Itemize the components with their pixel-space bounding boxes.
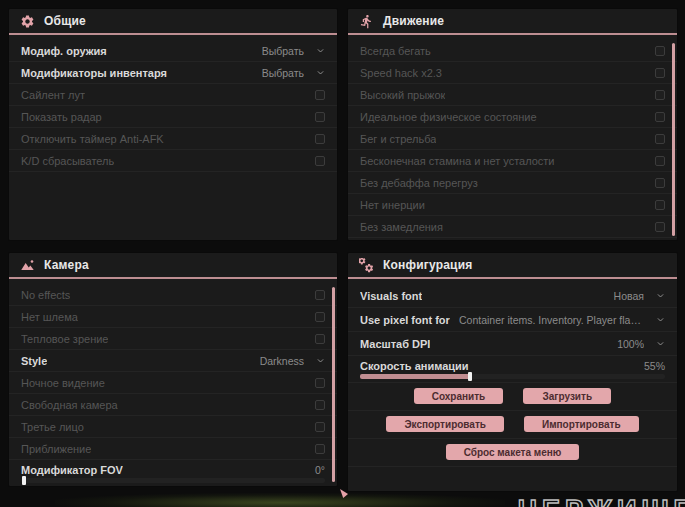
- checkbox-k-d-сбрасыватель[interactable]: [315, 156, 325, 166]
- checkbox-без-дебаффа-перегруз[interactable]: [655, 178, 665, 188]
- chevron-down-icon: [656, 315, 665, 324]
- scrollbar[interactable]: [672, 43, 675, 236]
- panel-movement: Движение Всегда бегатьSpeed hack x2.3Выс…: [347, 8, 678, 241]
- dropdown-модификаторы-инвентаря[interactable]: Выбрать: [262, 67, 325, 79]
- panel-camera: Камера No effectsНет шлемаТепловое зрени…: [8, 252, 338, 487]
- panel-title-movement: Движение: [383, 14, 444, 28]
- panel-general-header: Общие: [9, 9, 337, 35]
- dropdown-value: Выбрать: [262, 45, 304, 57]
- button-row: Сброс макета меню: [348, 439, 677, 467]
- row-label: K/D сбрасыватель: [21, 155, 114, 167]
- row-label: Бесконечная стамина и нет усталости: [360, 155, 555, 167]
- runner-icon: [359, 14, 374, 29]
- slider-handle[interactable]: [468, 372, 472, 381]
- checkbox-speed-hack-x2-3[interactable]: [655, 68, 665, 78]
- dropdown-value: Новая: [614, 290, 644, 302]
- button-row: ЭкспортироватьИмпортировать: [348, 411, 677, 439]
- gear-icon: [20, 14, 35, 29]
- row-label: Масштаб DPI: [360, 338, 430, 350]
- gears-icon: [359, 258, 374, 273]
- row-показать-радар: Показать радар: [9, 106, 337, 128]
- checkbox-нет-шлема[interactable]: [315, 312, 325, 322]
- chevron-down-icon: [656, 339, 665, 348]
- checkbox-тепловое-зрение[interactable]: [315, 334, 325, 344]
- row-k-d-сбрасыватель: K/D сбрасыватель: [9, 150, 337, 172]
- row-label: Третье лицо: [21, 421, 84, 433]
- slider-handle[interactable]: [22, 476, 26, 485]
- checkbox-высокий-прыжок[interactable]: [655, 90, 665, 100]
- row-без-дебаффа-перегруз: Без дебаффа перегруз: [348, 172, 677, 194]
- row-тепловое-зрение: Тепловое зрение: [9, 328, 337, 350]
- импортировать-button[interactable]: Импортировать: [524, 416, 639, 432]
- dropdown-модиф-оружия[interactable]: Выбрать: [262, 45, 325, 57]
- загрузить-button[interactable]: Загрузить: [523, 388, 611, 404]
- dropdown-value: Container items. Inventory. Player flags…: [459, 314, 644, 326]
- slider-track[interactable]: [21, 478, 325, 483]
- panel-title-general: Общие: [44, 14, 86, 28]
- dropdown-use-pixel-font-for[interactable]: Container items. Inventory. Player flags…: [459, 314, 665, 326]
- row-label: Нет шлема: [21, 311, 78, 323]
- row-бесконечная-стамина-и-нет-усталости: Бесконечная стамина и нет усталости: [348, 150, 677, 172]
- slider-fill: [360, 374, 470, 379]
- scrollbar[interactable]: [332, 287, 335, 482]
- checkbox-отключить-таймер-anti-afk[interactable]: [315, 134, 325, 144]
- row-бег-и-стрельба: Бег и стрельба: [348, 128, 677, 150]
- slider-value: 55%: [644, 360, 665, 372]
- row-label: Идеальное физическое состояние: [360, 111, 537, 123]
- checkbox-сайлент-лут[interactable]: [315, 90, 325, 100]
- chevron-down-icon: [316, 356, 325, 365]
- checkbox-всегда-бегать[interactable]: [655, 46, 665, 56]
- экспортировать-button[interactable]: Экспортировать: [386, 416, 504, 432]
- row-label: No effects: [21, 289, 70, 301]
- checkbox-нет-инерции[interactable]: [655, 200, 665, 210]
- row-нет-инерции: Нет инерции: [348, 194, 677, 216]
- checkbox-показать-радар[interactable]: [315, 112, 325, 122]
- row-label: Модиф. оружия: [21, 45, 107, 57]
- checkbox-ночное-видение[interactable]: [315, 378, 325, 388]
- row-label: Отключить таймер Anti-AFK: [21, 133, 164, 145]
- row-label: Нет инерции: [360, 199, 425, 211]
- checkbox-третье-лицо[interactable]: [315, 422, 325, 432]
- panel-general: Общие Модиф. оружияВыбратьМодификаторы и…: [8, 8, 338, 241]
- checkbox-no-effects[interactable]: [315, 290, 325, 300]
- row-идеальное-физическое-состояние: Идеальное физическое состояние: [348, 106, 677, 128]
- row-label: Ночное видение: [21, 377, 105, 389]
- dropdown-value: Выбрать: [262, 67, 304, 79]
- row-модиф-оружия: Модиф. оружияВыбрать: [9, 40, 337, 62]
- mountains-icon: [20, 258, 35, 273]
- dropdown-visuals-font[interactable]: Новая: [614, 290, 665, 302]
- row-отключить-таймер-anti-afk: Отключить таймер Anti-AFK: [9, 128, 337, 150]
- row-label: Бег и стрельба: [360, 133, 436, 145]
- row-label: Скорость анимации: [360, 360, 469, 372]
- row-use-pixel-font-for: Use pixel font forContainer items. Inven…: [348, 308, 677, 332]
- row-label: Speed hack x2.3: [360, 67, 442, 79]
- checkbox-бесконечная-стамина-и-нет-усталости[interactable]: [655, 156, 665, 166]
- dropdown-масштаб-dpi[interactable]: 100%: [617, 338, 665, 350]
- row-третье-лицо: Третье лицо: [9, 416, 337, 438]
- checkbox-бег-и-стрельба[interactable]: [655, 134, 665, 144]
- row-масштаб-dpi: Масштаб DPI100%: [348, 332, 677, 356]
- slider-row-модификатор-fov: Модификатор FOV0°: [9, 460, 337, 487]
- row-label: Visuals font: [360, 290, 422, 302]
- slider-row-скорость-анимации: Скорость анимации55%: [348, 356, 677, 383]
- slider-track[interactable]: [360, 374, 665, 379]
- chevron-down-icon: [316, 46, 325, 55]
- row-label: Показать радар: [21, 111, 102, 123]
- row-label: Модификаторы инвентаря: [21, 67, 167, 79]
- row-нет-шлема: Нет шлема: [9, 306, 337, 328]
- panel-title-config: Конфигурация: [383, 258, 472, 272]
- сохранить-button[interactable]: Сохранить: [414, 388, 504, 404]
- checkbox-свободная-камера[interactable]: [315, 400, 325, 410]
- row-всегда-бегать: Всегда бегать: [348, 40, 677, 62]
- row-свободная-камера: Свободная камера: [9, 394, 337, 416]
- row-no-effects: No effects: [9, 284, 337, 306]
- checkbox-идеальное-физическое-состояние[interactable]: [655, 112, 665, 122]
- slider-value: 0°: [315, 464, 325, 476]
- сброс-макета-меню-button[interactable]: Сброс макета меню: [446, 444, 580, 460]
- row-label: Всегда бегать: [360, 45, 431, 57]
- checkbox-приближение[interactable]: [315, 444, 325, 454]
- row-label: Высокий прыжок: [360, 89, 445, 101]
- dropdown-style[interactable]: Darkness: [260, 355, 325, 367]
- row-сайлент-лут: Сайлент лут: [9, 84, 337, 106]
- checkbox-без-замедления[interactable]: [655, 222, 665, 232]
